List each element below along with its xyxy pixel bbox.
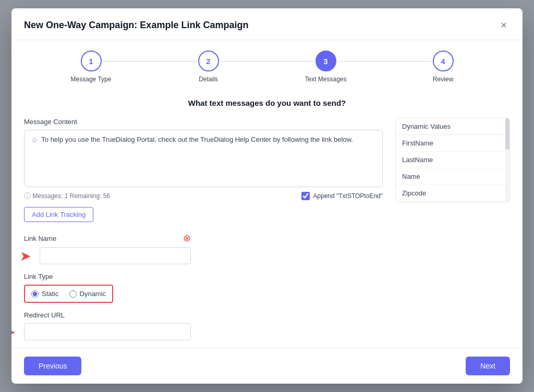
messages-remaining: Messages: 1 Remaining: 56 (32, 192, 110, 200)
content-left: Message Content ☺ To help you use the Tr… (24, 118, 383, 340)
dynamic-value-firstname[interactable]: FirstName (396, 135, 509, 152)
dynamic-value-lastname[interactable]: LastName (396, 152, 509, 168)
link-section: Link Name ⊗ ➤ Link Type (24, 232, 191, 340)
modal-body: What text messages do you want to send? … (11, 88, 523, 348)
step-4-circle: 4 (433, 51, 454, 71)
radio-dynamic-input[interactable] (69, 290, 77, 298)
close-button[interactable]: × (497, 19, 510, 31)
step-3: 3 Text Messages (267, 51, 384, 83)
scrollbar-thumb[interactable] (505, 118, 509, 150)
remove-link-icon[interactable]: ⊗ (183, 232, 191, 244)
message-textarea-wrapper: ☺ To help you use the TrueDialog Portal,… (24, 130, 383, 187)
previous-button[interactable]: Previous (24, 357, 81, 375)
step-1: 1 Message Type (32, 51, 150, 83)
radio-static-label: Static (42, 290, 59, 298)
radio-dynamic-label: Dynamic (80, 290, 106, 298)
campaign-modal: New One-Way Campaign: Example Link Campa… (11, 8, 523, 384)
message-meta-text: ⓘ Messages: 1 Remaining: 56 (24, 191, 110, 201)
step-4-label: Review (433, 76, 453, 83)
radio-dynamic[interactable]: Dynamic (69, 290, 106, 298)
step-3-label: Text Messages (305, 76, 346, 83)
emoji-icon: ☺ (31, 136, 38, 144)
redirect-url-input[interactable] (24, 323, 191, 340)
stepper: 1 Message Type 2 Details 3 Text Messages… (11, 40, 523, 88)
message-meta: ⓘ Messages: 1 Remaining: 56 Append "TxtS… (24, 191, 383, 201)
redirect-url-wrapper: ➤ (24, 323, 191, 340)
step-3-circle: 3 (315, 51, 336, 71)
modal-title: New One-Way Campaign: Example Link Campa… (24, 20, 248, 31)
dynamic-value-name[interactable]: Name (396, 168, 509, 185)
step-2: 2 Details (150, 51, 267, 83)
content-right: Dynamic Values FirstName LastName Name Z… (395, 118, 510, 340)
scrollbar-track[interactable] (505, 118, 509, 202)
redirect-url-section: Redirect URL ➤ (24, 311, 191, 340)
step-1-label: Message Type (71, 76, 112, 83)
next-button[interactable]: Next (466, 357, 510, 375)
textarea-top: ☺ To help you use the TrueDialog Portal,… (31, 136, 376, 177)
content-row: Message Content ☺ To help you use the Tr… (24, 118, 510, 340)
step-1-circle: 1 (81, 51, 102, 71)
step-2-label: Details (199, 76, 218, 83)
append-text: Append "TxtSTOPtoEnd" (313, 192, 383, 200)
step-4: 4 Review (384, 51, 502, 83)
arrow-indicator-1: ➤ (20, 248, 31, 264)
link-type-radio-group: Static Dynamic (24, 285, 113, 303)
append-checkbox[interactable] (301, 192, 310, 200)
arrow-indicator-2: ➤ (11, 324, 16, 340)
dynamic-values-title: Dynamic Values (396, 118, 509, 135)
modal-footer: Previous Next (11, 348, 523, 384)
info-icon: ⓘ (24, 192, 31, 200)
radio-static[interactable]: Static (31, 290, 59, 298)
redirect-url-label: Redirect URL (24, 311, 191, 319)
message-content-label: Message Content (24, 118, 383, 126)
add-link-tracking-button[interactable]: Add Link Tracking (24, 207, 93, 222)
modal-header: New One-Way Campaign: Example Link Campa… (11, 8, 523, 40)
append-label[interactable]: Append "TxtSTOPtoEnd" (301, 192, 383, 200)
dynamic-value-zipcode[interactable]: Zipcode (396, 185, 509, 202)
link-type-section: Link Type Static Dynamic (24, 273, 191, 303)
link-type-label: Link Type (24, 273, 191, 280)
radio-static-input[interactable] (31, 290, 39, 298)
link-name-header: Link Name ⊗ (24, 232, 191, 244)
link-name-input-wrapper: ➤ (40, 247, 191, 264)
link-name-input[interactable] (40, 247, 191, 264)
message-textarea[interactable]: To help you use the TrueDialog Portal, c… (41, 136, 376, 177)
link-name-label: Link Name (24, 235, 56, 242)
dynamic-values-panel: Dynamic Values FirstName LastName Name Z… (395, 118, 510, 202)
step-2-circle: 2 (198, 51, 219, 71)
section-question: What text messages do you want to send? (24, 99, 510, 107)
